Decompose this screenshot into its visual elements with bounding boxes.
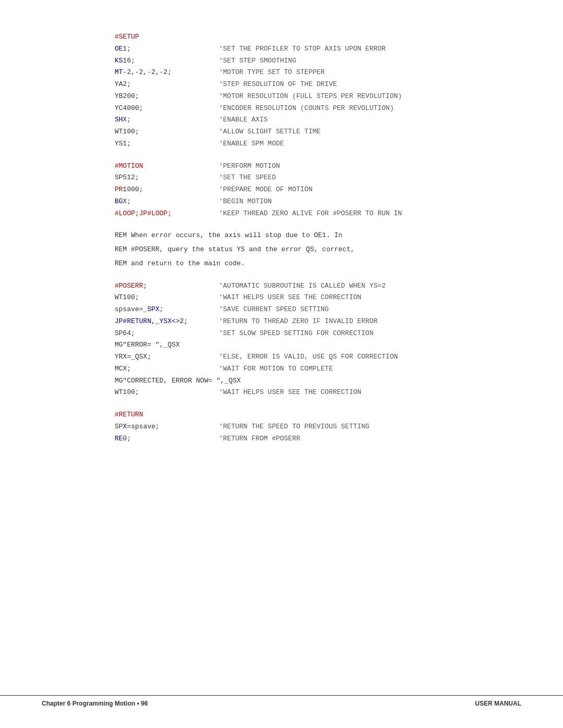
comment-ys1: 'ENABLE SPM MODE <box>219 138 284 150</box>
comment-ya2: 'STEP RESOLUTION OF THE DRIVE <box>219 79 337 91</box>
cmd-jpreturn: JP#RETURN,_YSX<>2; <box>115 316 219 328</box>
rem-line-2: REM #POSERR, query the status YS and the… <box>115 244 521 256</box>
cmd-re0: RE0; <box>115 433 219 445</box>
code-line-jpreturn: JP#RETURN,_YSX<>2; 'RETURN TO THREAD ZER… <box>115 316 521 328</box>
cmd-mcx: MCX; <box>115 363 219 375</box>
poserr-section: #POSERR; 'AUTOMATIC SUBROUTINE IS CALLED… <box>115 280 521 399</box>
code-line-loop: #LOOP;JP#LOOP; 'KEEP THREAD ZERO ALIVE F… <box>115 208 521 220</box>
code-line-spx-spsave: SPX=spsave; 'RETURN THE SPEED TO PREVIOU… <box>115 421 521 433</box>
comment-motion: 'PERFORM MOTION <box>219 161 280 172</box>
cmd-ya2: YA2; <box>115 79 219 91</box>
comment-jpreturn: 'RETURN TO THREAD ZERO IF INVALID ERROR <box>219 316 377 328</box>
cmd-wt100-2: WT100; <box>115 292 219 304</box>
code-line-sp512: SP512; 'SET THE SPEED <box>115 172 521 184</box>
code-line-mg-error: MG"ERROR= ",_QSX <box>115 339 521 351</box>
footer-left: Chapter 6 Programming Motion • 96 <box>42 700 148 707</box>
motion-section: #MOTION 'PERFORM MOTION SP512; 'SET THE … <box>115 161 521 220</box>
comment-oe1: 'SET THE PROFILER TO STOP AXIS UPON ERRO… <box>219 43 386 55</box>
code-line-re0: RE0; 'RETURN FROM #POSERR <box>115 433 521 445</box>
comment-yb200: 'MOTOR RESOLUTION (FULL STEPS PER REVOLU… <box>219 91 402 103</box>
code-line-mg-corrected: MG"CORRECTED, ERROR NOW= ",_QSX <box>115 375 521 387</box>
cmd-return-label: #RETURN <box>115 409 219 421</box>
cmd-motion-label: #MOTION <box>115 161 219 172</box>
code-line-spsave: spsave=_SPX; 'SAVE CURRENT SPEED SETTING <box>115 304 521 316</box>
return-section: #RETURN SPX=spsave; 'RETURN THE SPEED TO… <box>115 409 521 445</box>
rem-block: REM When error occurs, the axis will sto… <box>115 230 521 269</box>
code-line-wt100-2: WT100; 'WAIT HELPS USER SEE THE CORRECTI… <box>115 292 521 304</box>
cmd-loop: #LOOP;JP#LOOP; <box>115 208 219 220</box>
comment-spx-spsave: 'RETURN THE SPEED TO PREVIOUS SETTING <box>219 421 370 433</box>
cmd-ks16: KS16; <box>115 55 219 67</box>
comment-loop: 'KEEP THREAD ZERO ALIVE FOR #POSERR TO R… <box>219 208 402 220</box>
setup-label-line: #SETUP <box>115 31 521 43</box>
rem-line-1: REM When error occurs, the axis will sto… <box>115 230 521 242</box>
cmd-yb200: YB200; <box>115 91 219 103</box>
cmd-shx: SHX; <box>115 114 219 126</box>
cmd-oe1: OE1; <box>115 43 219 55</box>
cmd-yc4000: YC4000; <box>115 103 219 115</box>
comment-poserr-label: 'AUTOMATIC SUBROUTINE IS CALLED WHEN YS=… <box>219 280 386 292</box>
cmd-bgx: BGX; <box>115 196 219 208</box>
code-line-yb200: YB200; 'MOTOR RESOLUTION (FULL STEPS PER… <box>115 91 521 103</box>
code-line-return-label: #RETURN <box>115 409 521 421</box>
footer-right: USER MANUAL <box>475 700 521 707</box>
code-line-bgx: BGX; 'BEGIN MOTION <box>115 196 521 208</box>
code-line-motion: #MOTION 'PERFORM MOTION <box>115 161 521 172</box>
comment-pr1000: 'PREPARE MODE OF MOTION <box>219 184 312 196</box>
code-line-wt100-1: WT100; 'ALLOW SLIGHT SETTLE TIME <box>115 126 521 138</box>
code-line-wt100-3: WT100; 'WAIT HELPS USER SEE THE CORRECTI… <box>115 387 521 399</box>
code-line-mcx: MCX; 'WAIT FOR MOTION TO COMPLETE <box>115 363 521 375</box>
code-line-ya2: YA2; 'STEP RESOLUTION OF THE DRIVE <box>115 79 521 91</box>
setup-label: #SETUP <box>115 31 219 43</box>
comment-wt100-2: 'WAIT HELPS USER SEE THE CORRECTION <box>219 292 361 304</box>
code-line-poserr-label: #POSERR; 'AUTOMATIC SUBROUTINE IS CALLED… <box>115 280 521 292</box>
cmd-sp64: SP64; <box>115 328 219 340</box>
cmd-wt100-1: WT100; <box>115 126 219 138</box>
code-line-pr1000: PR1000; 'PREPARE MODE OF MOTION <box>115 184 521 196</box>
setup-section: #SETUP OE1; 'SET THE PROFILER TO STOP AX… <box>115 31 521 150</box>
cmd-ys1: YS1; <box>115 138 219 150</box>
comment-mcx: 'WAIT FOR MOTION TO COMPLETE <box>219 363 333 375</box>
comment-mt: 'MOTOR TYPE SET TO STEPPER <box>219 67 325 79</box>
comment-sp512: 'SET THE SPEED <box>219 172 276 184</box>
cmd-yrx: YRX=_QSX; <box>115 351 219 363</box>
code-line-yc4000: YC4000; 'ENCODER RESOLUTION (COUNTS PER … <box>115 103 521 115</box>
cmd-mt: MT-2,-2,-2,-2; <box>115 67 219 79</box>
cmd-pr1000: PR1000; <box>115 184 219 196</box>
code-line-yrx: YRX=_QSX; 'ELSE, ERROR IS VALID, USE QS … <box>115 351 521 363</box>
page: #SETUP OE1; 'SET THE PROFILER TO STOP AX… <box>0 0 563 728</box>
rem-line-3: REM and return to the main code. <box>115 258 521 270</box>
code-line-mt: MT-2,-2,-2,-2; 'MOTOR TYPE SET TO STEPPE… <box>115 67 521 79</box>
code-line-oe1: OE1; 'SET THE PROFILER TO STOP AXIS UPON… <box>115 43 521 55</box>
comment-shx: 'ENABLE AXIS <box>219 114 268 126</box>
comment-sp64: 'SET SLOW SPEED SETTING FOR CORRECTION <box>219 328 373 340</box>
cmd-sp512: SP512; <box>115 172 219 184</box>
code-line-ys1: YS1; 'ENABLE SPM MODE <box>115 138 521 150</box>
cmd-mg-error: MG"ERROR= ",_QSX <box>115 339 219 351</box>
code-line-ks16: KS16; 'SET STEP SMOOTHING <box>115 55 521 67</box>
code-line-shx: SHX; 'ENABLE AXIS <box>115 114 521 126</box>
comment-spsave: 'SAVE CURRENT SPEED SETTING <box>219 304 329 316</box>
page-footer: Chapter 6 Programming Motion • 96 USER M… <box>0 695 563 707</box>
comment-bgx: 'BEGIN MOTION <box>219 196 272 208</box>
comment-wt100-3: 'WAIT HELPS USER SEE THE CORRECTION <box>219 387 361 399</box>
cmd-spx-spsave: SPX=spsave; <box>115 421 219 433</box>
comment-wt100-1: 'ALLOW SLIGHT SETTLE TIME <box>219 126 321 138</box>
comment-ks16: 'SET STEP SMOOTHING <box>219 55 296 67</box>
comment-yrx: 'ELSE, ERROR IS VALID, USE QS FOR CORREC… <box>219 351 398 363</box>
cmd-spsave: spsave=_SPX; <box>115 304 219 316</box>
cmd-poserr-label: #POSERR; <box>115 280 219 292</box>
comment-yc4000: 'ENCODER RESOLUTION (COUNTS PER REVOLUTI… <box>219 103 394 115</box>
cmd-mg-corrected: MG"CORRECTED, ERROR NOW= ",_QSX <box>115 375 241 387</box>
cmd-wt100-3: WT100; <box>115 387 219 399</box>
comment-re0: 'RETURN FROM #POSERR <box>219 433 300 445</box>
code-line-sp64: SP64; 'SET SLOW SPEED SETTING FOR CORREC… <box>115 328 521 340</box>
